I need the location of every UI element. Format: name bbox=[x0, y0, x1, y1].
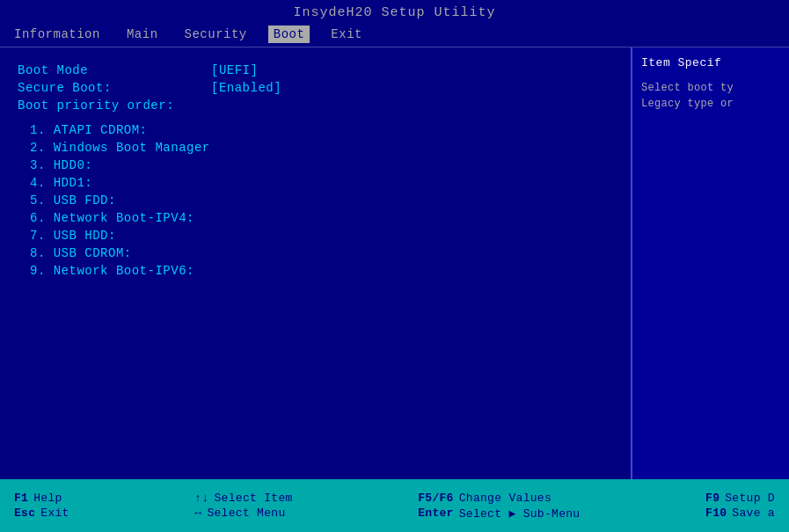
bottom-bar: F1 Help Esc Exit ↑↓ Select Item ↔ Select… bbox=[0, 479, 789, 532]
exit-item: Esc Exit bbox=[14, 506, 69, 520]
updown-key: ↑↓ bbox=[194, 492, 208, 505]
change-values-item: F5/F6 Change Values bbox=[418, 492, 580, 505]
secure-boot-value[interactable]: [Enabled] bbox=[211, 81, 281, 95]
menu-item-exit[interactable]: Exit bbox=[325, 26, 368, 43]
help-desc: Help bbox=[33, 492, 62, 505]
item-specif-text1: Select boot ty bbox=[641, 80, 780, 96]
boot-item-2[interactable]: 2. Windows Boot Manager bbox=[18, 139, 613, 157]
enter-select-item: Enter Select ▶ Sub-Menu bbox=[418, 506, 580, 521]
bottom-far-right: F9 Setup D F10 Save a bbox=[705, 492, 775, 520]
right-panel: Item Specif Select boot ty Legacy type o… bbox=[631, 47, 789, 479]
secure-boot-row: Secure Boot: [Enabled] bbox=[18, 81, 613, 95]
f9-desc: Setup D bbox=[725, 492, 775, 505]
boot-item-9[interactable]: 9. Network Boot-IPV6: bbox=[18, 262, 613, 280]
boot-mode-label: Boot Mode bbox=[18, 63, 211, 77]
f1-key: F1 bbox=[14, 492, 28, 505]
menu-item-boot[interactable]: Boot bbox=[268, 26, 310, 43]
title-text: InsydeH20 Setup Utility bbox=[293, 5, 495, 20]
item-specif-text2: Legacy type or bbox=[641, 96, 780, 112]
boot-item-5[interactable]: 5. USB FDD: bbox=[18, 192, 613, 209]
menu-item-information[interactable]: Information bbox=[9, 26, 106, 43]
select-menu-item: ↔ Select Menu bbox=[194, 506, 292, 520]
enter-desc: Select ▶ Sub-Menu bbox=[459, 506, 581, 521]
esc-key: Esc bbox=[14, 506, 35, 520]
f10-key: F10 bbox=[705, 506, 727, 520]
exit-desc: Exit bbox=[40, 506, 69, 520]
boot-item-1[interactable]: 1. ATAPI CDROM: bbox=[18, 121, 613, 139]
title-bar: InsydeH20 Setup Utility bbox=[0, 0, 789, 24]
boot-priority-list: 1. ATAPI CDROM: 2. Windows Boot Manager … bbox=[18, 121, 613, 280]
select-item-item: ↑↓ Select Item bbox=[194, 492, 292, 505]
secure-boot-label: Secure Boot: bbox=[18, 81, 211, 95]
f9-key: F9 bbox=[705, 492, 720, 505]
bottom-center: ↑↓ Select Item ↔ Select Menu bbox=[194, 492, 292, 520]
f9-item: F9 Setup D bbox=[705, 492, 775, 505]
f10-desc: Save a bbox=[732, 506, 775, 520]
bios-container: InsydeH20 Setup Utility Information Main… bbox=[0, 0, 789, 532]
select-menu-desc: Select Menu bbox=[207, 506, 285, 520]
enter-key: Enter bbox=[418, 506, 454, 520]
bottom-right: F5/F6 Change Values Enter Select ▶ Sub-M… bbox=[418, 492, 580, 521]
boot-item-6[interactable]: 6. Network Boot-IPV4: bbox=[18, 209, 613, 227]
help-item: F1 Help bbox=[14, 492, 69, 505]
boot-mode-value[interactable]: [UEFI] bbox=[211, 63, 258, 77]
item-specif-title: Item Specif bbox=[641, 56, 780, 69]
menu-bar: Information Main Security Boot Exit bbox=[0, 24, 789, 47]
menu-item-security[interactable]: Security bbox=[179, 26, 252, 43]
select-item-desc: Select Item bbox=[215, 492, 293, 505]
boot-item-4[interactable]: 4. HDD1: bbox=[18, 174, 613, 192]
menu-item-main[interactable]: Main bbox=[121, 26, 164, 43]
leftright-key: ↔ bbox=[194, 506, 201, 520]
bottom-left: F1 Help Esc Exit bbox=[14, 492, 69, 520]
boot-mode-row: Boot Mode [UEFI] bbox=[18, 63, 613, 77]
boot-item-7[interactable]: 7. USB HDD: bbox=[18, 227, 613, 244]
left-panel: Boot Mode [UEFI] Secure Boot: [Enabled] … bbox=[0, 47, 631, 479]
change-values-desc: Change Values bbox=[459, 492, 552, 505]
main-area: Boot Mode [UEFI] Secure Boot: [Enabled] … bbox=[0, 47, 789, 479]
boot-item-3[interactable]: 3. HDD0: bbox=[18, 157, 613, 174]
f5f6-key: F5/F6 bbox=[418, 492, 454, 505]
f10-item: F10 Save a bbox=[705, 506, 775, 520]
boot-priority-label: Boot priority order: bbox=[18, 98, 613, 113]
boot-item-8[interactable]: 8. USB CDROM: bbox=[18, 244, 613, 262]
